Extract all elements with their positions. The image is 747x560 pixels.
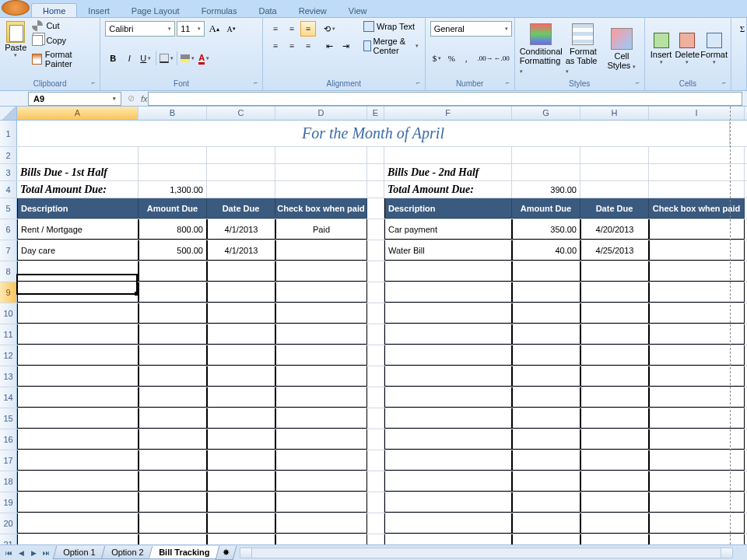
- cell[interactable]: [580, 324, 649, 345]
- align-left-button[interactable]: ≡: [268, 38, 283, 54]
- cell[interactable]: [275, 240, 367, 261]
- cell[interactable]: [17, 345, 139, 366]
- cell[interactable]: [17, 366, 139, 387]
- cell[interactable]: Check box when paid: [275, 198, 367, 219]
- underline-button[interactable]: U: [138, 51, 153, 66]
- cell[interactable]: [275, 181, 367, 198]
- cell[interactable]: [580, 408, 649, 429]
- cell[interactable]: [580, 303, 649, 324]
- cell[interactable]: [275, 408, 367, 429]
- increase-decimal-button[interactable]: .00→: [478, 51, 493, 66]
- cell[interactable]: Description: [17, 198, 139, 219]
- font-name-select[interactable]: Calibri▾: [105, 21, 175, 37]
- format-as-table-button[interactable]: Format as Table ▾: [564, 19, 602, 79]
- cell[interactable]: [580, 366, 649, 387]
- fill-color-button[interactable]: [180, 51, 195, 66]
- cell[interactable]: [580, 450, 649, 471]
- cell[interactable]: [512, 164, 580, 180]
- cell[interactable]: [384, 261, 512, 282]
- col-header-E[interactable]: E: [367, 107, 384, 120]
- cell[interactable]: [139, 282, 207, 303]
- fx-cancel-icon[interactable]: ⊘: [128, 93, 135, 103]
- cell[interactable]: [512, 387, 580, 408]
- cell[interactable]: [367, 345, 384, 366]
- cell[interactable]: [367, 324, 384, 345]
- cell[interactable]: [207, 513, 275, 534]
- cell[interactable]: For the Month of April: [17, 121, 730, 146]
- cell[interactable]: [580, 492, 649, 513]
- row-header[interactable]: 20: [0, 513, 17, 534]
- formula-bar[interactable]: [148, 92, 742, 106]
- cell[interactable]: [580, 164, 649, 180]
- sheet-tab-option-2[interactable]: Option 2: [100, 546, 153, 559]
- cell[interactable]: [367, 387, 384, 408]
- cell[interactable]: [512, 429, 580, 450]
- row-header[interactable]: 19: [0, 492, 17, 513]
- cell[interactable]: [207, 408, 275, 429]
- cell[interactable]: Date Due: [207, 198, 275, 219]
- col-header-H[interactable]: H: [580, 107, 649, 120]
- cell[interactable]: [512, 282, 580, 303]
- cell[interactable]: [649, 324, 745, 345]
- cell[interactable]: [580, 534, 649, 544]
- cell[interactable]: [17, 387, 139, 408]
- cell[interactable]: [367, 219, 384, 240]
- cell[interactable]: [207, 282, 275, 303]
- tab-insert[interactable]: Insert: [77, 4, 121, 17]
- cell[interactable]: Car payment: [384, 219, 512, 240]
- cell[interactable]: [275, 492, 367, 513]
- cell[interactable]: [139, 324, 207, 345]
- copy-button[interactable]: Copy: [30, 34, 96, 47]
- cell[interactable]: [139, 261, 207, 282]
- shrink-font-button[interactable]: A▾: [223, 21, 239, 37]
- row-header[interactable]: 10: [0, 303, 17, 324]
- cell[interactable]: [207, 429, 275, 450]
- cell[interactable]: [275, 534, 367, 544]
- cell[interactable]: [275, 450, 367, 471]
- cell[interactable]: [207, 164, 275, 180]
- cell[interactable]: [580, 387, 649, 408]
- cell[interactable]: 1,300.00: [139, 181, 207, 198]
- font-size-select[interactable]: 11▾: [177, 21, 205, 37]
- cell[interactable]: [139, 164, 207, 180]
- align-bottom-button[interactable]: ≡: [300, 21, 316, 37]
- cell[interactable]: 500.00: [139, 240, 207, 261]
- first-sheet-button[interactable]: ⏮: [3, 548, 14, 558]
- row-header[interactable]: 6: [0, 219, 17, 240]
- cell[interactable]: [139, 147, 207, 163]
- cell[interactable]: 350.00: [512, 219, 580, 240]
- cell[interactable]: [384, 303, 512, 324]
- cell[interactable]: 4/1/2013: [207, 219, 275, 240]
- cell[interactable]: [512, 147, 580, 163]
- cut-button[interactable]: Cut: [30, 19, 96, 32]
- cell[interactable]: [512, 408, 580, 429]
- cell[interactable]: [580, 429, 649, 450]
- tab-data[interactable]: Data: [247, 4, 287, 17]
- cell[interactable]: [367, 282, 384, 303]
- cell[interactable]: [580, 147, 649, 163]
- cell[interactable]: 40.00: [512, 240, 580, 261]
- cell[interactable]: [367, 471, 384, 492]
- col-header-I[interactable]: I: [649, 107, 745, 120]
- cell[interactable]: [649, 492, 745, 513]
- cell[interactable]: [649, 345, 745, 366]
- cell[interactable]: Check box when paid: [649, 198, 745, 219]
- percent-button[interactable]: %: [445, 51, 459, 66]
- cell[interactable]: [649, 450, 745, 471]
- cell[interactable]: [17, 450, 139, 471]
- cell[interactable]: [384, 366, 512, 387]
- cell[interactable]: [649, 219, 745, 240]
- cell[interactable]: [580, 471, 649, 492]
- horizontal-scrollbar[interactable]: [240, 548, 733, 558]
- autosum-button[interactable]: Σ: [735, 21, 747, 37]
- align-center-button[interactable]: ≡: [284, 38, 300, 54]
- align-right-button[interactable]: ≡: [300, 38, 316, 54]
- align-top-button[interactable]: ≡: [268, 21, 283, 37]
- cell[interactable]: [17, 324, 139, 345]
- cell[interactable]: [17, 513, 139, 534]
- cell[interactable]: [139, 429, 207, 450]
- cell[interactable]: [384, 534, 512, 544]
- cell[interactable]: [649, 366, 745, 387]
- cell[interactable]: [367, 198, 384, 219]
- cell[interactable]: Amount Due: [139, 198, 207, 219]
